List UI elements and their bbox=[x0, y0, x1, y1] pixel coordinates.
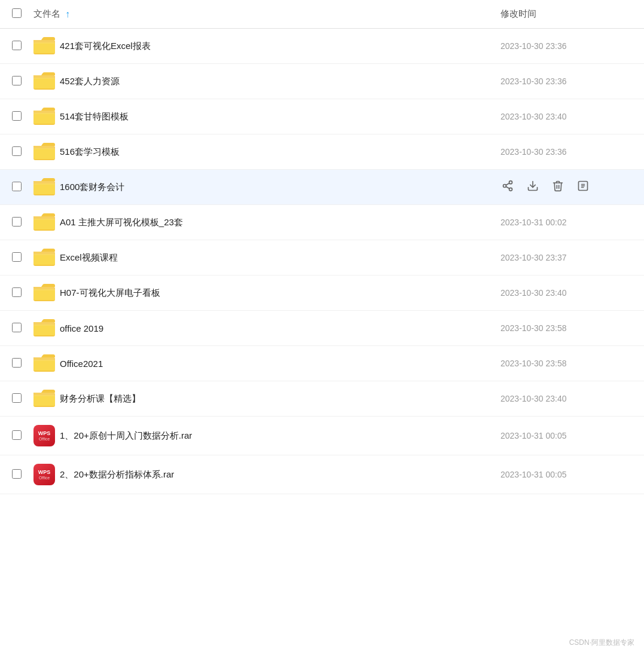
file-icon-cell bbox=[33, 390, 60, 408]
row-checkbox-cell[interactable] bbox=[12, 146, 33, 158]
row-checkbox-cell[interactable] bbox=[12, 252, 33, 264]
table-row[interactable]: WPS Office 1、20+原创十周入门数据分析.rar 2023-10-3… bbox=[0, 417, 644, 455]
row-checkbox[interactable] bbox=[12, 182, 22, 191]
file-name: 1、20+原创十周入门数据分析.rar bbox=[60, 430, 500, 442]
folder-icon bbox=[33, 37, 55, 55]
row-checkbox[interactable] bbox=[12, 41, 22, 50]
table-row[interactable]: 1600套财务会计 bbox=[0, 170, 644, 205]
row-checkbox-cell[interactable] bbox=[12, 76, 33, 87]
table-row[interactable]: A01 主推大屏可视化模板_23套 2023-10-31 00:02 bbox=[0, 205, 644, 240]
file-icon-cell bbox=[33, 178, 60, 196]
rar-file-icon: WPS Office bbox=[33, 425, 55, 446]
row-checkbox-cell[interactable] bbox=[12, 287, 33, 299]
file-name: 2、20+数据分析指标体系.rar bbox=[60, 469, 500, 480]
file-icon-cell: WPS Office bbox=[33, 425, 60, 446]
svg-rect-24 bbox=[33, 185, 55, 194]
file-name: Excel视频课程 bbox=[60, 252, 500, 264]
table-row[interactable]: 516套学习模板 2023-10-30 23:36 bbox=[0, 134, 644, 170]
svg-rect-59 bbox=[33, 361, 55, 371]
file-icon-cell: WPS Office bbox=[33, 464, 60, 485]
row-actions bbox=[500, 179, 632, 196]
file-icon-cell bbox=[33, 249, 60, 267]
row-checkbox[interactable] bbox=[12, 76, 22, 85]
download-button[interactable] bbox=[526, 179, 540, 196]
file-name: H07-可视化大屏电子看板 bbox=[60, 287, 500, 299]
row-checkbox-cell[interactable] bbox=[12, 182, 33, 193]
file-icon-cell bbox=[33, 284, 60, 302]
svg-line-28 bbox=[506, 186, 509, 188]
row-checkbox-cell[interactable] bbox=[12, 393, 33, 405]
row-checkbox[interactable] bbox=[12, 111, 22, 121]
header-name-label: 文件名 bbox=[33, 8, 60, 20]
row-checkbox-cell[interactable] bbox=[12, 430, 33, 442]
file-icon-cell bbox=[33, 354, 60, 372]
file-icon-cell bbox=[33, 319, 60, 337]
watermark: CSDN·阿里数据专家 bbox=[569, 638, 634, 648]
file-icon-cell bbox=[33, 108, 60, 126]
table-row[interactable]: Excel视频课程 2023-10-30 23:37 bbox=[0, 240, 644, 276]
svg-rect-44 bbox=[33, 255, 55, 265]
info-button[interactable] bbox=[576, 179, 590, 196]
row-checkbox[interactable] bbox=[12, 323, 22, 332]
file-list: 421套可视化Excel报表 2023-10-30 23:36 452套人力资源… bbox=[0, 29, 644, 494]
rar-file-icon: WPS Office bbox=[33, 464, 55, 485]
folder-icon bbox=[33, 108, 55, 126]
folder-icon bbox=[33, 354, 55, 372]
file-name: 财务分析课【精选】 bbox=[60, 393, 500, 405]
file-date: 2023-10-30 23:40 bbox=[500, 112, 632, 121]
table-row[interactable]: WPS Office 2、20+数据分析指标体系.rar 2023-10-31 … bbox=[0, 455, 644, 494]
file-date: 2023-10-30 23:40 bbox=[500, 394, 632, 403]
row-checkbox-cell[interactable] bbox=[12, 217, 33, 228]
folder-icon bbox=[33, 249, 55, 267]
row-checkbox[interactable] bbox=[12, 287, 22, 297]
header-checkbox-cell[interactable] bbox=[12, 8, 33, 20]
row-checkbox[interactable] bbox=[12, 358, 22, 368]
folder-icon bbox=[33, 319, 55, 337]
svg-rect-49 bbox=[33, 290, 55, 300]
svg-rect-14 bbox=[33, 114, 55, 124]
file-name: A01 主推大屏可视化模板_23套 bbox=[60, 217, 500, 228]
folder-icon bbox=[33, 178, 55, 196]
header-date-cell: 修改时间 bbox=[500, 8, 632, 20]
table-row[interactable]: office 2019 2023-10-30 23:58 bbox=[0, 311, 644, 346]
sort-icon[interactable]: ↑ bbox=[65, 9, 70, 20]
delete-button[interactable] bbox=[551, 179, 565, 196]
svg-rect-64 bbox=[33, 396, 55, 406]
row-checkbox[interactable] bbox=[12, 252, 22, 262]
file-name: 452套人力资源 bbox=[60, 76, 500, 87]
row-checkbox-cell[interactable] bbox=[12, 111, 33, 123]
row-checkbox-cell[interactable] bbox=[12, 358, 33, 369]
svg-line-29 bbox=[506, 183, 509, 185]
row-checkbox[interactable] bbox=[12, 217, 22, 227]
table-row[interactable]: 421套可视化Excel报表 2023-10-30 23:36 bbox=[0, 29, 644, 64]
file-date: 2023-10-30 23:36 bbox=[500, 76, 632, 86]
row-checkbox[interactable] bbox=[12, 430, 22, 440]
folder-icon bbox=[33, 390, 55, 408]
row-checkbox[interactable] bbox=[12, 469, 22, 479]
file-date: 2023-10-30 23:58 bbox=[500, 323, 632, 333]
file-date: 2023-10-31 00:05 bbox=[500, 470, 632, 479]
table-row[interactable]: 514套甘特图模板 2023-10-30 23:40 bbox=[0, 99, 644, 134]
svg-rect-39 bbox=[33, 220, 55, 229]
select-all-checkbox[interactable] bbox=[12, 8, 22, 18]
row-checkbox-cell[interactable] bbox=[12, 469, 33, 480]
file-date: 2023-10-30 23:40 bbox=[500, 288, 632, 298]
table-row[interactable]: 452套人力资源 2023-10-30 23:36 bbox=[0, 64, 644, 99]
file-date: 2023-10-30 23:37 bbox=[500, 253, 632, 262]
table-row[interactable]: Office2021 2023-10-30 23:58 bbox=[0, 346, 644, 381]
row-checkbox-cell[interactable] bbox=[12, 323, 33, 334]
file-date: 2023-10-30 23:36 bbox=[500, 41, 632, 51]
file-date: 2023-10-30 23:58 bbox=[500, 359, 632, 368]
svg-rect-54 bbox=[33, 326, 55, 335]
table-row[interactable]: 财务分析课【精选】 2023-10-30 23:40 bbox=[0, 381, 644, 417]
file-name: 514套甘特图模板 bbox=[60, 111, 500, 123]
file-name: Office2021 bbox=[60, 359, 500, 369]
table-row[interactable]: H07-可视化大屏电子看板 2023-10-30 23:40 bbox=[0, 276, 644, 311]
row-checkbox[interactable] bbox=[12, 146, 22, 156]
header-name-cell: 文件名 ↑ bbox=[33, 8, 500, 20]
row-checkbox[interactable] bbox=[12, 393, 22, 403]
share-button[interactable] bbox=[500, 179, 515, 196]
table-header: 文件名 ↑ 修改时间 bbox=[0, 0, 644, 29]
row-checkbox-cell[interactable] bbox=[12, 41, 33, 52]
file-name: office 2019 bbox=[60, 323, 500, 333]
